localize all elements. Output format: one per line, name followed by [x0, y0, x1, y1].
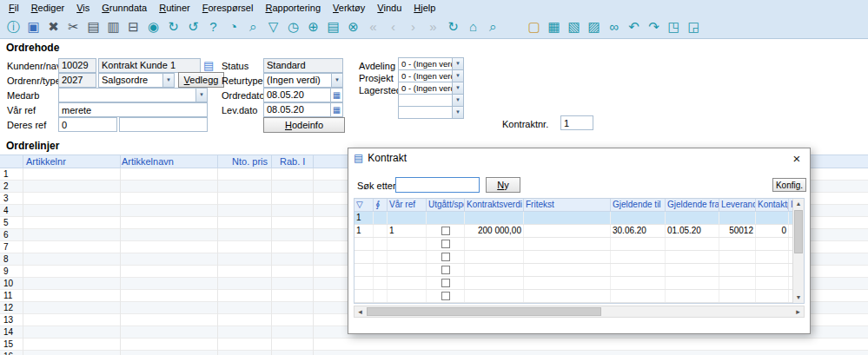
levdato-field[interactable]: 08.05.20: [263, 102, 331, 117]
redo-icon[interactable]: ↷: [644, 17, 664, 36]
contract-row-empty[interactable]: [354, 238, 792, 251]
contract-row-empty[interactable]: [354, 251, 792, 264]
globe-icon[interactable]: ⊕: [303, 17, 323, 36]
import-icon[interactable]: ◲: [684, 17, 704, 36]
ordrenr-field[interactable]: 2027: [58, 73, 96, 88]
col-leverand[interactable]: Leverand: [719, 199, 756, 211]
delete-icon[interactable]: ✖: [43, 17, 63, 36]
menu-vindu[interactable]: Vindu: [371, 0, 407, 16]
globe-off-icon[interactable]: ⊗: [343, 17, 363, 36]
chevron-down-icon[interactable]: ▼: [452, 70, 463, 82]
utgatt-checkbox[interactable]: [441, 227, 450, 235]
scroll-right-icon[interactable]: ▸: [792, 306, 804, 317]
zoom-icon[interactable]: ⌕: [483, 17, 503, 36]
kundenr-field[interactable]: 10029: [58, 58, 96, 73]
col-utgatt[interactable]: Utgått/spe: [427, 199, 465, 211]
nav-first-icon[interactable]: «: [363, 17, 383, 36]
refresh-data-icon[interactable]: ↻: [443, 17, 463, 36]
nav-prev-icon[interactable]: ‹: [383, 17, 403, 36]
lagersted-select[interactable]: 0 - (Ingen verdi) ▼: [398, 82, 464, 95]
contract-row-empty[interactable]: [354, 264, 792, 277]
home-icon[interactable]: ⌂: [463, 17, 483, 36]
extra-select-1[interactable]: ▼: [398, 94, 464, 107]
scroll-up-icon[interactable]: ▲: [793, 199, 804, 209]
chevron-down-icon[interactable]: ▼: [331, 74, 342, 87]
close-icon[interactable]: ×: [789, 151, 805, 166]
ordredato-field[interactable]: 08.05.20: [263, 88, 331, 102]
menu-rediger[interactable]: Rediger: [25, 0, 71, 16]
config-button[interactable]: Konfig.: [772, 178, 806, 192]
col-artikkelnr[interactable]: Artikkelnr: [26, 156, 66, 167]
menu-rapportering[interactable]: Rapportering: [259, 0, 327, 16]
scroll-down-icon[interactable]: ▼: [793, 293, 804, 303]
save-icon[interactable]: ▣: [23, 17, 43, 36]
history-icon[interactable]: ↺: [183, 17, 203, 36]
scrollbar-thumb[interactable]: [794, 210, 803, 253]
utgatt-checkbox[interactable]: [441, 240, 450, 248]
menu-vis[interactable]: Vis: [70, 0, 96, 16]
vedlegg-button[interactable]: Vedlegg: [178, 72, 224, 88]
col-fritekst[interactable]: Fritekst: [524, 199, 611, 211]
dialog-titlebar[interactable]: ▤ Kontrakt ×: [348, 148, 810, 168]
cut-icon[interactable]: ✂: [63, 17, 83, 36]
chevron-down-icon[interactable]: ▼: [452, 95, 463, 106]
chevron-down-icon[interactable]: ▼: [195, 89, 207, 102]
chevron-down-icon[interactable]: ▼: [452, 82, 463, 94]
deres-ref-input-2[interactable]: [119, 117, 208, 132]
contract-row-empty[interactable]: [354, 277, 792, 290]
search-icon[interactable]: ⌕: [243, 17, 263, 36]
new-button[interactable]: Ny: [486, 177, 520, 193]
col-artikkelnavn[interactable]: Artikkelnavn: [122, 156, 174, 167]
documents-icon[interactable]: ▧: [564, 17, 584, 36]
ordretype-select[interactable]: Salgsordre ▼: [98, 73, 175, 88]
contract-row-selected[interactable]: 1: [354, 212, 792, 225]
avdeling-select[interactable]: 0 - (Ingen verdi) ▼: [398, 57, 464, 70]
var-ref-input[interactable]: [58, 102, 208, 117]
report-icon[interactable]: ◔: [223, 17, 243, 36]
kundenavn-field[interactable]: Kontrakt Kunde 1: [98, 58, 201, 73]
prosjekt-select[interactable]: 0 - (Ingen verdi) ▼: [398, 69, 464, 82]
utgatt-checkbox[interactable]: [441, 266, 450, 274]
medarb-select[interactable]: ▼: [58, 88, 208, 102]
clock-icon[interactable]: ◷: [283, 17, 303, 36]
menu-grunndata[interactable]: Grunndata: [96, 0, 153, 16]
nav-last-icon[interactable]: »: [423, 17, 443, 36]
contract-row-empty[interactable]: [354, 290, 792, 303]
calendar-icon[interactable]: ▦: [330, 88, 343, 102]
print-icon[interactable]: ⊟: [123, 17, 143, 36]
menu-verktoy[interactable]: Verktøy: [327, 0, 371, 16]
search-input[interactable]: [395, 177, 480, 193]
undo-icon[interactable]: ↶: [624, 17, 644, 36]
chart-icon[interactable]: ▦: [544, 17, 564, 36]
nav-next-icon[interactable]: ›: [403, 17, 423, 36]
note-icon[interactable]: ▤: [203, 58, 214, 73]
menu-rutiner[interactable]: Rutiner: [153, 0, 195, 16]
utgatt-checkbox[interactable]: [441, 292, 450, 300]
scroll-left-icon[interactable]: ◂: [354, 306, 366, 317]
menu-fil[interactable]: Fil: [3, 0, 25, 16]
menu-foresporsel[interactable]: Forespørsel: [196, 0, 260, 16]
kontraktnr-input[interactable]: [560, 115, 593, 130]
info-icon[interactable]: ⓘ: [3, 17, 23, 36]
col-var-ref[interactable]: Vår ref: [388, 199, 427, 211]
export-icon[interactable]: ◳: [664, 17, 684, 36]
filter-icon[interactable]: ▽: [263, 17, 283, 36]
refresh-icon[interactable]: ↻: [163, 17, 183, 36]
order-line-row[interactable]: 16: [0, 351, 868, 355]
utgatt-checkbox[interactable]: [441, 279, 450, 287]
folder-icon[interactable]: ▢: [524, 17, 544, 36]
contract-row[interactable]: 1 1 200 000,00 30.06.20 01.05.20 50012 0: [354, 225, 792, 238]
extra-select-2[interactable]: ▼: [398, 106, 464, 119]
copy-rows-icon[interactable]: ▨: [584, 17, 604, 36]
form-icon[interactable]: ▤: [323, 17, 343, 36]
link-icon[interactable]: ∞: [604, 17, 624, 36]
order-line-row[interactable]: 15: [0, 339, 868, 351]
scrollbar-thumb[interactable]: [367, 307, 601, 316]
preview-icon[interactable]: ◉: [143, 17, 163, 36]
chevron-down-icon[interactable]: ▼: [452, 107, 463, 118]
col-gjeldende-til[interactable]: Gjeldende til: [611, 199, 666, 211]
col-kontaktpe[interactable]: Kontaktpe: [756, 199, 789, 211]
chevron-down-icon[interactable]: ▼: [452, 58, 463, 69]
menu-hjelp[interactable]: Hjelp: [407, 0, 441, 16]
horizontal-scrollbar[interactable]: ◂ ▸: [354, 306, 805, 318]
